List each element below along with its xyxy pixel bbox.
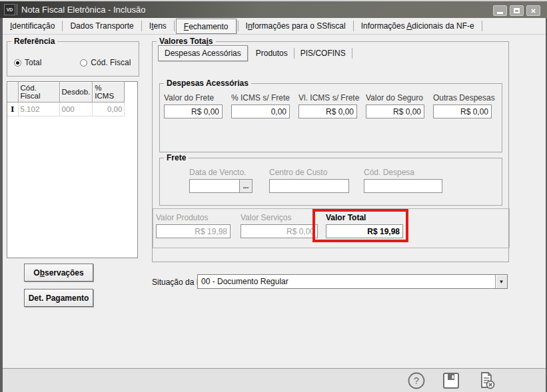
- valor-servicos-input: [241, 224, 318, 238]
- close-button[interactable]: ✕: [526, 5, 540, 16]
- icon-separator: [17, 4, 17, 15]
- tab-itens[interactable]: Itens: [142, 18, 174, 34]
- vl-icms-frete-label: Vl. ICMS s/ Frete: [298, 93, 357, 102]
- valores-tabstrip: Despesas Acessórias Produtos PIS/COFINS: [158, 45, 352, 61]
- maximize-button[interactable]: [510, 5, 524, 16]
- save-icon: [442, 371, 460, 390]
- field-centro-custo: Centro de Custo: [269, 168, 349, 193]
- cell-icms: 0,00: [93, 102, 125, 116]
- maximize-icon: [514, 8, 520, 13]
- valor-total-label: Valor Total: [326, 213, 403, 222]
- group-despesas-acessorias: Despesas Acessórias Valor do Frete % ICM…: [159, 83, 502, 152]
- data-vencto-label: Data de Vencto.: [189, 168, 253, 177]
- radio-total[interactable]: Total: [14, 58, 41, 67]
- tab-despesas-acessorias[interactable]: Despesas Acessórias: [158, 45, 248, 61]
- field-cod-despesa: Cód. Despesa: [364, 168, 442, 193]
- minimize-icon: [497, 12, 503, 14]
- centro-custo-label: Centro de Custo: [269, 168, 349, 177]
- tab-dados-transporte[interactable]: Dados Transporte: [63, 18, 141, 34]
- data-vencto-input: [189, 179, 240, 193]
- field-outras-despesas: Outras Despesas: [433, 93, 492, 118]
- valor-servicos-label: Valor Serviços: [241, 213, 318, 222]
- cod-despesa-label: Cód. Despesa: [364, 168, 442, 177]
- situacao-select[interactable]: 00 - Documento Regular ▼: [197, 274, 508, 289]
- help-icon: ?: [407, 371, 426, 390]
- outras-despesas-input[interactable]: [433, 104, 492, 118]
- valor-seguro-input[interactable]: [366, 104, 424, 118]
- field-data-vencto: Data de Vencto. ...: [189, 168, 253, 193]
- valor-seguro-label: Valor do Seguro: [366, 93, 424, 102]
- row-indicator-icon: I: [7, 102, 18, 116]
- cell-desdob: 000: [59, 102, 93, 116]
- cancel-document-icon: [477, 371, 496, 390]
- group-frete-title: Frete: [164, 153, 189, 162]
- window-frame-left: [0, 18, 3, 392]
- header-desdob[interactable]: Desdob.: [59, 82, 93, 102]
- tab-pis-cofins[interactable]: PIS/COFINS: [294, 45, 352, 61]
- header-indicator: [7, 82, 18, 102]
- tab-fechamento[interactable]: Fechamento: [176, 19, 237, 34]
- cell-cod-fiscal: 5.102: [18, 102, 59, 116]
- field-valor-total: Valor Total: [326, 213, 403, 238]
- window: VD Nota Fiscal Eletrônica - Inclusão ✕ I…: [0, 0, 547, 392]
- tab-identificacao[interactable]: Identificação: [3, 18, 62, 34]
- close-icon: ✕: [530, 7, 536, 15]
- save-button[interactable]: [442, 371, 460, 390]
- valor-total-input: [326, 224, 403, 238]
- cancel-document-button[interactable]: [477, 371, 496, 390]
- group-referencia-title: Referência: [11, 37, 57, 46]
- det-pagamento-button[interactable]: Det. Pagamento: [24, 289, 93, 307]
- valor-frete-input[interactable]: [164, 104, 223, 118]
- situacao-value: 00 - Documento Regular: [198, 277, 495, 286]
- table-row[interactable]: I 5.102 000 0,00: [7, 102, 125, 116]
- header-icms[interactable]: % ICMS: [93, 82, 125, 102]
- header-cod-fiscal[interactable]: Cód. Fiscal: [18, 82, 59, 102]
- valor-produtos-input: [156, 224, 231, 238]
- main-tabstrip: Identificação Dados Transporte Itens Fec…: [3, 18, 546, 35]
- titlebar: VD Nota Fiscal Eletrônica - Inclusão ✕: [0, 0, 547, 18]
- tab-produtos[interactable]: Produtos: [250, 45, 294, 61]
- radio-cod-fiscal[interactable]: Cód. Fiscal: [80, 58, 131, 67]
- group-referencia: Referência Total Cód. Fiscal: [7, 41, 139, 77]
- icms-frete-label: % ICMS s/ Frete: [231, 93, 290, 102]
- observacoes-button[interactable]: Observações: [24, 264, 93, 282]
- radio-total-label: Total: [25, 58, 41, 67]
- ellipsis-icon: ...: [243, 182, 249, 190]
- radio-unselected-icon: [80, 59, 87, 67]
- tab-informacoes-adicionais[interactable]: Informações Adicionais da NF-e: [354, 18, 482, 34]
- chevron-down-icon: ▼: [499, 279, 504, 285]
- field-valor-frete: Valor do Frete: [164, 93, 223, 118]
- table-header-row: Cód. Fiscal Desdob. % ICMS: [7, 82, 125, 102]
- group-valores-totais: Valores Totais Despesas Acessórias Produ…: [152, 41, 509, 262]
- valor-frete-label: Valor do Frete: [164, 93, 223, 102]
- group-valores-totais-title: Valores Totais: [157, 37, 216, 46]
- group-frete: Frete Data de Vencto. ... Centro de Cust…: [159, 158, 502, 206]
- cod-despesa-input: [364, 179, 442, 193]
- bottom-toolbar: [3, 369, 546, 392]
- outras-despesas-label: Outras Despesas: [433, 93, 492, 102]
- totals-panel: Valor Produtos Valor Serviços Valor Tota…: [153, 208, 510, 248]
- svg-text:?: ?: [414, 375, 419, 386]
- field-valor-servicos: Valor Serviços: [241, 213, 318, 238]
- tab-separator: [174, 21, 175, 31]
- valor-produtos-label: Valor Produtos: [156, 213, 231, 222]
- app-icon: VD: [4, 4, 15, 15]
- dropdown-arrow-button[interactable]: ▼: [495, 275, 507, 288]
- fiscal-table: Cód. Fiscal Desdob. % ICMS I 5.102 000 0…: [7, 81, 138, 258]
- icms-frete-input[interactable]: [231, 104, 290, 118]
- radio-selected-icon: [14, 59, 21, 67]
- tab-separator: [352, 48, 352, 59]
- vl-icms-frete-input[interactable]: [298, 104, 357, 118]
- field-icms-frete: % ICMS s/ Frete: [231, 93, 290, 118]
- radio-cod-fiscal-label: Cód. Fiscal: [91, 58, 131, 67]
- window-title: Nota Fiscal Eletrônica - Inclusão: [21, 5, 145, 15]
- field-valor-produtos: Valor Produtos: [156, 213, 231, 238]
- field-vl-icms-frete: Vl. ICMS s/ Frete: [298, 93, 357, 118]
- centro-custo-input: [269, 179, 349, 193]
- tab-informacoes-ssfiscal[interactable]: Informações para o SSfiscal: [239, 18, 353, 34]
- date-picker-button: ...: [239, 179, 253, 193]
- group-despesas-title: Despesas Acessórias: [164, 79, 251, 88]
- help-button[interactable]: ?: [407, 371, 426, 390]
- minimize-button[interactable]: [493, 5, 507, 16]
- tab-separator: [482, 21, 482, 31]
